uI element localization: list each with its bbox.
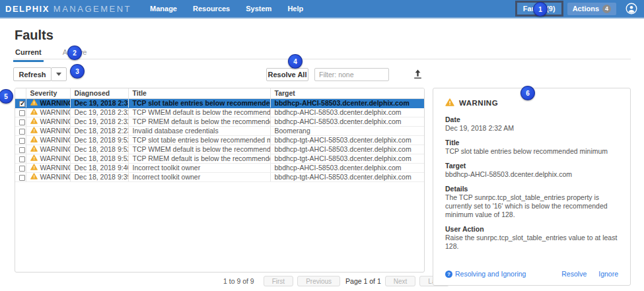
table-row[interactable]: WARNING Dec 19, 2018 2:32 AM TCP RMEM de… (15, 117, 425, 126)
diagnosed-cell: Dec 19, 2018 2:32 AM (70, 117, 128, 126)
detail-date-label: Date (445, 115, 618, 124)
table-row[interactable]: WARNING Dec 18, 2018 9:52 AM TCP RMEM de… (15, 154, 425, 163)
menu-resources[interactable]: Resources (185, 5, 238, 13)
table-row[interactable]: WARNING Dec 18, 2018 9:39 AM Incorrect t… (15, 172, 425, 181)
row-checkbox[interactable] (19, 166, 25, 172)
title-cell: TCP WMEM default is below the recommende… (128, 145, 270, 154)
pagination-next-button[interactable]: Next (385, 276, 416, 286)
help-icon: ? (445, 271, 452, 278)
filter-input[interactable] (314, 68, 389, 81)
menu-help[interactable]: Help (279, 5, 311, 13)
top-menu: Manage Resources System Help (142, 5, 311, 13)
detail-date-value: Dec 19, 2018 2:32 AM (445, 124, 618, 133)
table-header-row: Severity Diagnosed Title Target (15, 88, 425, 98)
annotation-badge-6: 6 (520, 86, 535, 100)
target-cell: bbdhcp-tgt-AHCI-58503.dcenter.delphix.co… (270, 145, 425, 154)
diagnosed-cell: Dec 18, 2018 9:52 AM (70, 145, 128, 154)
target-cell: bbdhcp-tgt-AHCI-58503.dcenter.delphix.co… (270, 135, 425, 145)
warning-icon (445, 97, 454, 109)
target-cell: bbdhcp-AHCI-58503.dcenter.delphix.com (270, 98, 425, 108)
resolve-link[interactable]: Resolve (561, 270, 587, 278)
brand-secondary: MANAGEMENT (54, 4, 131, 14)
row-checkbox[interactable] (19, 156, 25, 162)
annotation-badge-5: 5 (0, 89, 13, 104)
title-cell: TCP slot table entries below recommended… (128, 98, 270, 108)
resolve-all-button[interactable]: Resolve All (266, 68, 308, 81)
actions-button[interactable]: Actions 4 (567, 3, 616, 15)
pagination-range: 1 to 9 of 9 (223, 277, 254, 285)
table-row[interactable]: WARNING Dec 18, 2018 9:40 AM Incorrect t… (15, 163, 425, 172)
user-profile-icon[interactable] (626, 3, 637, 15)
title-cell: TCP RMEM default is below the recommende… (128, 154, 270, 163)
menu-manage[interactable]: Manage (142, 5, 185, 13)
row-checkbox[interactable] (19, 138, 25, 144)
ignore-link[interactable]: Ignore (598, 270, 618, 278)
severity-text: WARNING (40, 108, 71, 116)
warning-icon (30, 164, 38, 172)
table-row[interactable]: WARNING Dec 18, 2018 2:23 PM Invalid dat… (15, 126, 425, 135)
warning-icon (30, 127, 38, 135)
diagnosed-cell: Dec 18, 2018 9:40 AM (70, 163, 128, 172)
export-icon[interactable] (412, 69, 423, 80)
help-link-text: Resolving and Ignoring (455, 270, 526, 278)
target-cell: bbdhcp-AHCI-58503.dcenter.delphix.com (270, 163, 425, 172)
row-checkbox[interactable] (19, 101, 25, 107)
pagination: 1 to 9 of 9 First Previous Page 1 of 1 N… (223, 276, 453, 286)
resolving-ignoring-help-link[interactable]: ? Resolving and Ignoring (445, 270, 526, 278)
row-checkbox[interactable] (19, 147, 25, 153)
chevron-down-icon (56, 73, 61, 76)
severity-text: WARNING (40, 136, 71, 144)
pagination-previous-button[interactable]: Previous (297, 276, 340, 286)
detail-user-action-value: Raise the sunrpc.tcp_slot_table_entries … (445, 234, 618, 251)
target-cell: bbdhcp-AHCI-58503.dcenter.delphix.com (270, 108, 425, 117)
severity-text: WARNING (40, 127, 71, 135)
target-cell: bbdhcp-tgt-AHCI-58503.dcenter.delphix.co… (270, 172, 425, 181)
table-row[interactable]: WARNING Dec 19, 2018 2:32 AM TCP slot ta… (15, 98, 425, 108)
header-diagnosed[interactable]: Diagnosed (70, 88, 128, 98)
fault-detail-panel: WARNING Date Dec 19, 2018 2:32 AM Title … (433, 88, 631, 286)
pagination-first-button[interactable]: First (264, 276, 293, 286)
detail-title-label: Title (445, 139, 618, 147)
warning-icon (30, 173, 38, 181)
header-title[interactable]: Title (128, 88, 270, 98)
table-row[interactable]: WARNING Dec 18, 2018 9:52 AM TCP WMEM de… (15, 145, 425, 154)
severity-text: WARNING (40, 99, 71, 107)
refresh-button[interactable]: Refresh (13, 67, 52, 81)
actions-count-badge: 4 (602, 5, 611, 13)
warning-icon (30, 136, 38, 144)
annotation-badge-2: 2 (67, 46, 82, 60)
header-target[interactable]: Target (270, 88, 425, 98)
menu-system[interactable]: System (238, 5, 279, 13)
warning-icon (30, 145, 38, 153)
warning-icon (30, 99, 38, 107)
detail-footer: ? Resolving and Ignoring Resolve Ignore (445, 270, 618, 278)
diagnosed-cell: Dec 18, 2018 2:23 PM (70, 126, 128, 135)
delphix-logo: DELPHIX MANAGEMENT (5, 4, 131, 14)
warning-icon (30, 154, 38, 162)
pagination-page-label: Page 1 of 1 (345, 277, 381, 285)
annotation-badge-1: 1 (533, 2, 548, 16)
refresh-dropdown-button[interactable] (51, 67, 67, 81)
table-row[interactable]: WARNING Dec 19, 2018 2:32 AM TCP WMEM de… (15, 108, 425, 117)
row-checkbox[interactable] (19, 175, 25, 181)
title-cell: Incorrect toolkit owner (128, 172, 270, 181)
header-severity[interactable]: Severity (26, 88, 70, 98)
severity-text: WARNING (40, 154, 71, 162)
detail-details-value: The TCP sunrpc.tcp_slot_table_entries pr… (445, 193, 618, 219)
severity-text: WARNING (40, 173, 71, 181)
detail-user-action-label: User Action (445, 225, 618, 234)
diagnosed-cell: Dec 18, 2018 9:39 AM (70, 172, 128, 181)
row-checkbox[interactable] (19, 129, 25, 135)
detail-details-label: Details (445, 185, 618, 193)
tab-current[interactable]: Current (13, 48, 44, 62)
title-cell: Invalid database credentials (128, 126, 270, 135)
diagnosed-cell: Dec 19, 2018 2:32 AM (70, 108, 128, 117)
row-checkbox[interactable] (19, 119, 25, 125)
detail-target-value: bbdhcp-AHCI-58503.dcenter.delphix.com (445, 170, 618, 179)
severity-text: WARNING (40, 117, 71, 125)
row-checkbox[interactable] (19, 110, 25, 116)
severity-text: WARNING (40, 164, 71, 172)
annotation-badge-4: 4 (288, 54, 303, 69)
target-cell: Boomerang (270, 126, 425, 135)
table-row[interactable]: WARNING Dec 18, 2018 9:52 AM TCP slot ta… (15, 135, 425, 145)
